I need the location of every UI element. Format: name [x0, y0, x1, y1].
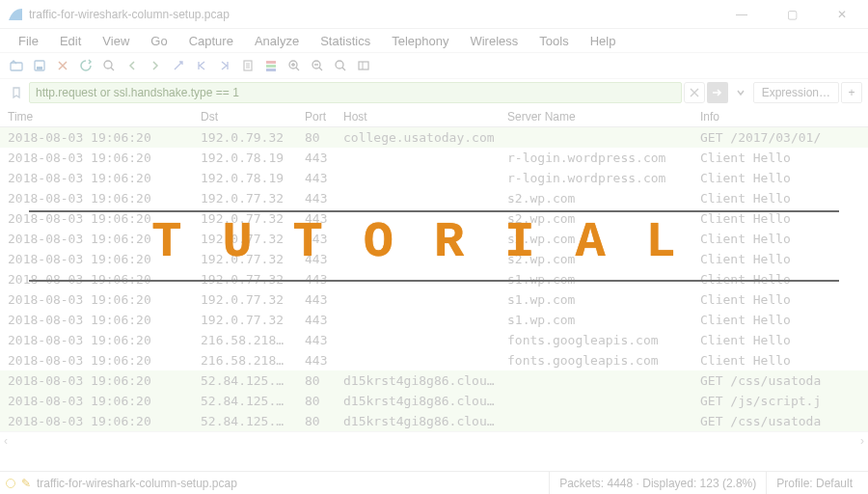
- cell-host: d15krst4gi8g86.clou…: [343, 394, 507, 408]
- menu-view[interactable]: View: [92, 31, 140, 51]
- filter-bar: http.request or ssl.handshake.type == 1 …: [0, 79, 868, 106]
- cell-port: 80: [305, 373, 343, 388]
- cell-port: 443: [305, 333, 343, 347]
- svg-point-10: [336, 61, 343, 69]
- table-row[interactable]: 2018-08-03 19:06:20192.0.77.32443s2.wp.c…: [0, 249, 868, 269]
- column-headers[interactable]: Time Dst Port Host Server Name Info: [0, 106, 868, 127]
- packet-list[interactable]: 2018-08-03 19:06:20192.0.79.3280college.…: [0, 127, 868, 431]
- next-icon[interactable]: [145, 55, 166, 76]
- minimize-button[interactable]: —: [727, 4, 756, 25]
- resize-icon[interactable]: [353, 55, 374, 76]
- cell-dst: 192.0.77.32: [201, 292, 305, 307]
- maximize-button[interactable]: ▢: [777, 4, 806, 25]
- open-icon[interactable]: [6, 55, 27, 76]
- edit-icon[interactable]: ✎: [21, 477, 31, 490]
- prev-icon[interactable]: [122, 55, 143, 76]
- save-icon[interactable]: [29, 55, 50, 76]
- expression-button[interactable]: Expression…: [753, 82, 839, 103]
- cell-dst: 192.0.77.32: [201, 252, 305, 266]
- col-dst[interactable]: Dst: [201, 110, 305, 124]
- cell-time: 2018-08-03 19:06:20: [8, 333, 201, 347]
- zoom-in-icon[interactable]: [284, 55, 305, 76]
- bookmark-icon[interactable]: [6, 82, 27, 103]
- table-row[interactable]: 2018-08-03 19:06:20192.0.79.3280college.…: [0, 127, 868, 148]
- last-icon[interactable]: [214, 55, 235, 76]
- menu-capture[interactable]: Capture: [178, 31, 244, 51]
- menu-tools[interactable]: Tools: [529, 31, 579, 51]
- menu-telephony[interactable]: Telephony: [381, 31, 459, 51]
- menu-file[interactable]: File: [8, 31, 49, 51]
- table-row[interactable]: 2018-08-03 19:06:20192.0.77.32443s1.wp.c…: [0, 289, 868, 310]
- menu-help[interactable]: Help: [580, 31, 627, 51]
- table-row[interactable]: 2018-08-03 19:06:20192.0.77.32443s2.wp.c…: [0, 229, 868, 249]
- cell-time: 2018-08-03 19:06:20: [8, 313, 201, 327]
- cell-dst: 192.0.77.32: [201, 211, 305, 226]
- table-row[interactable]: 2018-08-03 19:06:20192.0.77.32443s1.wp.c…: [0, 269, 868, 289]
- cell-dst: 192.0.78.19: [201, 171, 305, 185]
- table-row[interactable]: 2018-08-03 19:06:20192.0.78.19443r-login…: [0, 168, 868, 188]
- reload-icon[interactable]: [75, 55, 96, 76]
- scroll-right-icon[interactable]: ›: [860, 434, 864, 448]
- display-filter-input[interactable]: http.request or ssl.handshake.type == 1: [29, 82, 682, 103]
- first-icon[interactable]: [191, 55, 212, 76]
- menu-go[interactable]: Go: [140, 31, 177, 51]
- cell-dst: 192.0.77.32: [201, 232, 305, 246]
- table-row[interactable]: 2018-08-03 19:06:2052.84.125.…80d15krst4…: [0, 411, 868, 431]
- cell-time: 2018-08-03 19:06:20: [8, 373, 201, 388]
- table-row[interactable]: 2018-08-03 19:06:20192.0.77.32443s2.wp.c…: [0, 208, 868, 229]
- cell-port: 80: [305, 394, 343, 408]
- scroll-left-icon[interactable]: ‹: [4, 434, 8, 448]
- menu-wireless[interactable]: Wireless: [459, 31, 529, 51]
- col-time[interactable]: Time: [8, 110, 201, 124]
- filter-history-icon[interactable]: [730, 82, 751, 103]
- menu-bar: File Edit View Go Capture Analyze Statis…: [0, 29, 868, 52]
- col-host[interactable]: Host: [343, 110, 507, 124]
- table-row[interactable]: 2018-08-03 19:06:2052.84.125.…80d15krst4…: [0, 391, 868, 411]
- status-profile[interactable]: Profile: Default: [766, 472, 862, 494]
- wireshark-fin-icon: [8, 7, 23, 22]
- expert-info-icon[interactable]: [6, 479, 15, 488]
- goto-icon[interactable]: [168, 55, 189, 76]
- col-info[interactable]: Info: [700, 110, 868, 124]
- cell-port: 80: [305, 130, 343, 145]
- menu-edit[interactable]: Edit: [49, 31, 92, 51]
- cell-srv: s2.wp.com: [507, 191, 700, 206]
- svg-rect-2: [37, 67, 42, 69]
- cell-port: 443: [305, 232, 343, 246]
- zoom-reset-icon[interactable]: [330, 55, 351, 76]
- menu-statistics[interactable]: Statistics: [310, 31, 381, 51]
- cell-port: 443: [305, 211, 343, 226]
- horizontal-scrollbar[interactable]: ‹ ›: [0, 431, 868, 449]
- zoom-out-icon[interactable]: [307, 55, 328, 76]
- menu-analyze[interactable]: Analyze: [244, 31, 310, 51]
- cell-srv: fonts.googleapis.com: [507, 353, 700, 368]
- table-row[interactable]: 2018-08-03 19:06:20192.0.78.19443r-login…: [0, 148, 868, 168]
- cell-info: GET /2017/03/01/: [700, 130, 868, 145]
- cell-time: 2018-08-03 19:06:20: [8, 151, 201, 165]
- table-row[interactable]: 2018-08-03 19:06:20216.58.218…443fonts.g…: [0, 350, 868, 370]
- cell-dst: 52.84.125.…: [201, 394, 305, 408]
- table-row[interactable]: 2018-08-03 19:06:20192.0.77.32443s1.wp.c…: [0, 310, 868, 330]
- find-icon[interactable]: [98, 55, 120, 76]
- table-row[interactable]: 2018-08-03 19:06:2052.84.125.…80d15krst4…: [0, 370, 868, 391]
- cell-time: 2018-08-03 19:06:20: [8, 414, 201, 428]
- col-port[interactable]: Port: [305, 110, 343, 124]
- cell-info: Client Hello: [700, 292, 868, 307]
- title-bar: traffic-for-wireshark-column-setup.pcap …: [0, 0, 868, 29]
- clear-filter-icon[interactable]: [684, 82, 705, 103]
- cell-port: 443: [305, 151, 343, 165]
- table-row[interactable]: 2018-08-03 19:06:20192.0.77.32443s2.wp.c…: [0, 188, 868, 208]
- svg-point-3: [104, 61, 112, 69]
- table-row[interactable]: 2018-08-03 19:06:20216.58.218…443fonts.g…: [0, 330, 868, 350]
- cell-port: 443: [305, 171, 343, 185]
- close-file-icon[interactable]: [52, 55, 73, 76]
- colorize-icon[interactable]: [260, 55, 282, 76]
- autoscroll-icon[interactable]: [237, 55, 258, 76]
- cell-port: 80: [305, 414, 343, 428]
- cell-port: 443: [305, 272, 343, 287]
- add-filter-button[interactable]: +: [841, 82, 862, 103]
- close-button[interactable]: ✕: [827, 4, 856, 25]
- col-srv[interactable]: Server Name: [507, 110, 700, 124]
- cell-info: Client Hello: [700, 272, 868, 287]
- apply-filter-icon[interactable]: [707, 82, 728, 103]
